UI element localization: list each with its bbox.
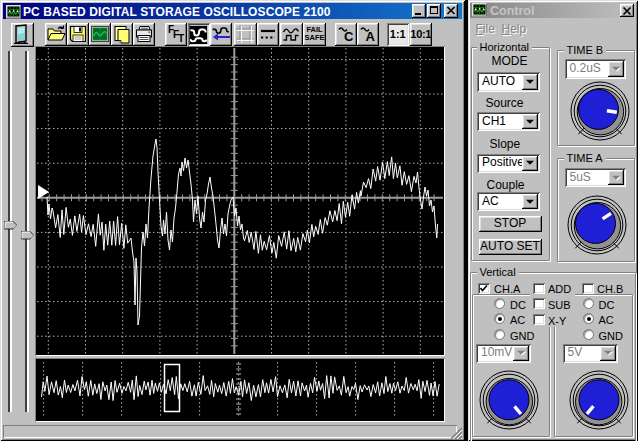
svg-text:C: C [344,29,354,44]
svg-text:A: A [366,29,376,44]
